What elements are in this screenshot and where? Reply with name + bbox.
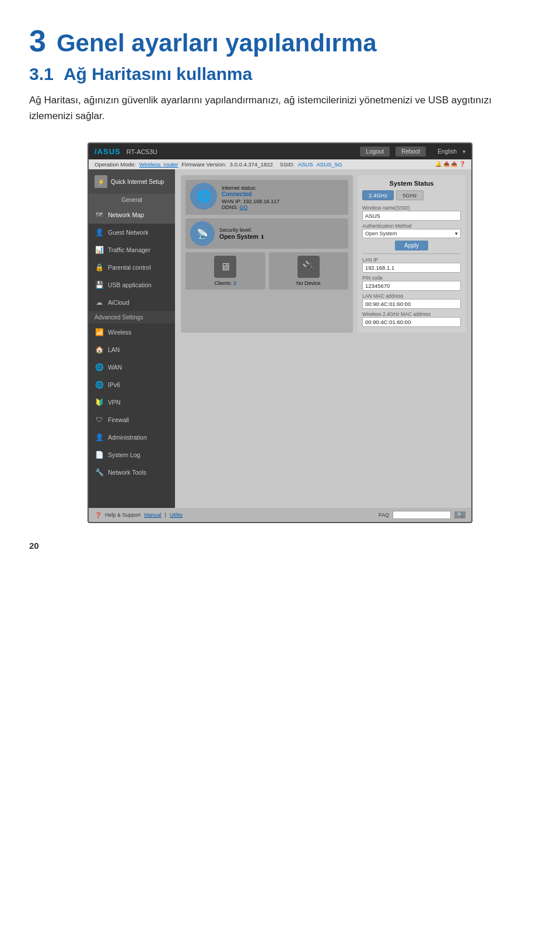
security-value: Open System ℹ xyxy=(219,233,263,240)
ddns-link[interactable]: GO xyxy=(240,204,248,210)
auth-method-label: Authentication Method xyxy=(362,223,461,229)
wireless-mac-label: Wireless 2.4GHz MAC address xyxy=(362,311,461,317)
sidebar-item-traffic-manager[interactable]: 📊 Traffic Manager xyxy=(89,241,175,259)
faq-search-input[interactable] xyxy=(393,511,451,519)
globe-icon: 🌐 xyxy=(197,189,211,203)
sidebar-item-system-log[interactable]: 📄 System Log xyxy=(89,446,175,464)
firmware-value: 3.0.0.4.374_1822 xyxy=(230,161,273,168)
network-tools-icon: 🔧 xyxy=(94,468,104,477)
divider-text: | xyxy=(165,512,166,518)
manual-link[interactable]: Manual xyxy=(144,512,162,518)
utility-link[interactable]: Utility xyxy=(170,512,183,518)
usb-icon: 🔌 xyxy=(298,256,320,278)
ddns-label: DDNS: xyxy=(222,204,238,210)
section-title: 3.1 Ağ Haritasını kullanma xyxy=(29,64,252,83)
ssid2-value: ASUS_5G xyxy=(317,161,342,168)
auth-method-dropdown[interactable]: Open System ▾ xyxy=(362,229,461,238)
quick-setup-label: Quick Internet Setup xyxy=(111,178,164,186)
system-log-label: System Log xyxy=(108,451,140,458)
sidebar-item-wan[interactable]: 🌐 WAN xyxy=(89,358,175,376)
wireless-name-label: Wireless name(SSID) xyxy=(362,205,461,211)
internet-info: Internet status: Connected WAN IP: 192.1… xyxy=(222,185,279,210)
ipv6-label: IPv6 xyxy=(108,381,120,388)
wan-icon: 🌐 xyxy=(94,363,104,372)
dropdown-arrow-icon: ▾ xyxy=(455,231,458,236)
system-status-panel: System Status 2.4GHz 5GHz Wireless name(… xyxy=(358,175,466,333)
internet-status-value: Connected xyxy=(222,191,279,197)
wan-ip-row: WAN IP: 192.168.16.117 xyxy=(222,199,279,204)
traffic-manager-label: Traffic Manager xyxy=(108,246,150,253)
router-ui-screenshot: /ASUS RT-AC53U Logout Reboot English ▾ O… xyxy=(88,142,473,523)
op-mode-value: Wireless_router xyxy=(139,161,178,168)
reboot-button[interactable]: Reboot xyxy=(396,147,426,156)
parental-control-icon: 🔒 xyxy=(94,263,104,272)
sidebar-item-parental-control[interactable]: 🔒 Parental control xyxy=(89,259,175,276)
sidebar-item-aicloud[interactable]: ☁ AiCloud xyxy=(89,294,175,311)
main-layout: ⚡ Quick Internet Setup General 🗺 Network… xyxy=(89,169,471,508)
sidebar-item-wireless[interactable]: 📶 Wireless xyxy=(89,323,175,341)
operation-bar: Operation Mode: Wireless_router Firmware… xyxy=(89,159,471,169)
aicloud-label: AiCloud xyxy=(108,299,130,306)
aicloud-icon: ☁ xyxy=(94,298,104,307)
freq-tab-2ghz[interactable]: 2.4GHz xyxy=(362,190,394,200)
internet-status-box: 🌐 Internet status: Connected WAN IP: 192… xyxy=(186,180,348,215)
logout-button[interactable]: Logout xyxy=(360,147,390,156)
brand-model: RT-AC53U xyxy=(127,148,158,155)
page-number-area: 20 xyxy=(29,541,531,551)
traffic-manager-icon: 📊 xyxy=(94,245,104,255)
language-select[interactable]: English xyxy=(438,148,457,155)
faq-search-button[interactable]: 🔍 xyxy=(454,511,466,518)
usb-card: 🔌 No Device xyxy=(269,252,349,290)
sidebar: ⚡ Quick Internet Setup General 🗺 Network… xyxy=(89,169,175,508)
security-label: Security level: xyxy=(219,227,263,233)
no-device-label: No Device xyxy=(296,280,321,286)
top-bar: /ASUS RT-AC53U Logout Reboot English ▾ xyxy=(89,144,471,159)
firmware-label: Firmware Version: xyxy=(181,161,226,168)
sidebar-item-usb-application[interactable]: 💾 USB application xyxy=(89,276,175,294)
pin-code-value: 12345670 xyxy=(362,281,461,291)
map-bottom-row: 🖥 Clients: 2 🔌 No Device xyxy=(186,252,348,290)
sidebar-item-administration[interactable]: 👤 Administration xyxy=(89,429,175,446)
op-mode-label: Operation Mode: xyxy=(94,161,136,168)
wan-ip-value: 192.168.16.117 xyxy=(243,199,280,204)
intro-paragraph: Ağ Haritası, ağınızın güvenlik ayarların… xyxy=(29,92,508,124)
sidebar-item-firewall[interactable]: 🛡 Firewall xyxy=(89,411,175,429)
wireless-icon: 📶 xyxy=(94,328,104,337)
apply-button[interactable]: Apply xyxy=(395,241,428,250)
sidebar-item-ipv6[interactable]: 🌐 IPv6 xyxy=(89,376,175,394)
security-info-icon: ℹ xyxy=(261,234,263,240)
internet-status-label: Internet status: xyxy=(222,185,279,191)
ssid-label: SSID: xyxy=(280,161,295,168)
ipv6-icon: 🌐 xyxy=(94,380,104,389)
map-panel: 🌐 Internet status: Connected WAN IP: 192… xyxy=(181,175,353,333)
administration-label: Administration xyxy=(108,434,147,441)
network-map-area: 🌐 Internet status: Connected WAN IP: 192… xyxy=(181,175,466,333)
administration-icon: 👤 xyxy=(94,433,104,442)
security-box: 📡 Security level: Open System ℹ xyxy=(186,218,348,249)
clients-icon: 🖥 xyxy=(214,256,236,278)
pin-code-label: PIN code xyxy=(362,275,461,281)
sidebar-item-network-map[interactable]: 🗺 Network Map xyxy=(89,206,175,224)
top-icons: 🔔 📥 📤 ❓ xyxy=(435,161,466,168)
guest-network-icon: 👤 xyxy=(94,228,104,237)
guest-network-label: Guest Network xyxy=(108,229,148,236)
quick-setup-icon: ⚡ xyxy=(94,175,107,188)
sidebar-item-lan[interactable]: 🏠 LAN xyxy=(89,341,175,358)
vpn-label: VPN xyxy=(108,399,121,406)
sidebar-item-network-tools[interactable]: 🔧 Network Tools xyxy=(89,464,175,481)
parental-control-label: Parental control xyxy=(108,264,151,271)
wireless-name-value: ASUS xyxy=(362,211,461,221)
lan-icon: 🏠 xyxy=(94,345,104,354)
network-map-icon: 🗺 xyxy=(94,210,104,220)
ddns-row: DDNS: GO xyxy=(222,204,279,210)
firewall-icon: 🛡 xyxy=(94,415,104,424)
sidebar-item-vpn[interactable]: 🔰 VPN xyxy=(89,394,175,411)
faq-label: FAQ xyxy=(379,512,389,518)
lan-mac-label: LAN MAC address xyxy=(362,293,461,299)
help-icon: ❓ xyxy=(94,512,102,518)
freq-tab-5ghz[interactable]: 5GHz xyxy=(396,190,423,200)
lan-label: LAN xyxy=(108,346,120,353)
sidebar-item-guest-network[interactable]: 👤 Guest Network xyxy=(89,224,175,241)
sidebar-item-quick-setup[interactable]: ⚡ Quick Internet Setup xyxy=(89,169,175,194)
auth-method-value: Open System xyxy=(365,231,397,236)
